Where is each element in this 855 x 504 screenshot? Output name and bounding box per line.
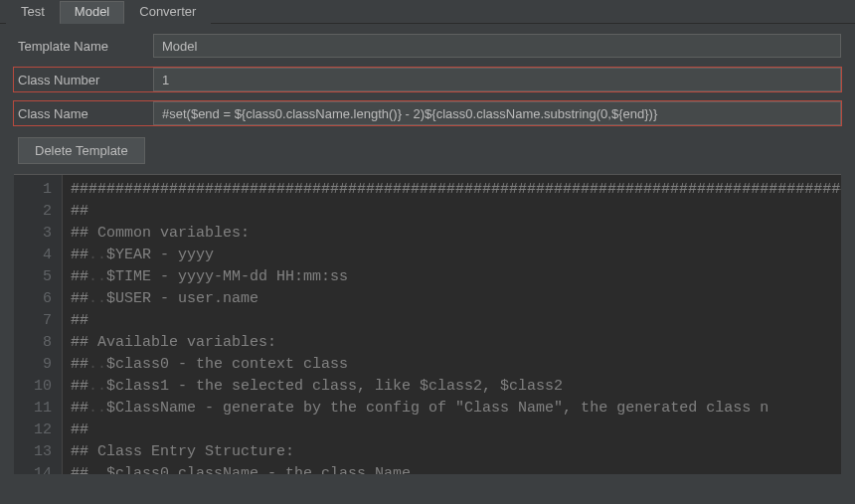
label-class-name: Class Name bbox=[14, 106, 153, 121]
line-number: 11 bbox=[34, 398, 52, 420]
line-number: 12 bbox=[34, 420, 52, 441]
line-number: 4 bbox=[34, 245, 52, 266]
code-line: ##..$ClassName - generate by the config … bbox=[71, 398, 833, 420]
code-line: ## bbox=[71, 201, 833, 223]
line-number: 9 bbox=[34, 354, 52, 376]
code-line: ##..$class1 - the selected class, like $… bbox=[71, 376, 833, 398]
line-number: 2 bbox=[34, 201, 52, 223]
code-line: ## Common variables: bbox=[71, 223, 833, 245]
form-panel: Template Name Class Number Class Name De… bbox=[0, 24, 855, 474]
code-line: ## Available variables: bbox=[71, 332, 833, 354]
tab-converter[interactable]: Converter bbox=[124, 1, 211, 24]
code-line: ##..$class0.className - the class Name bbox=[71, 463, 833, 474]
tab-bar: Test Model Converter bbox=[0, 0, 855, 24]
code-line: ## Class Entry Structure: bbox=[71, 441, 833, 463]
line-number: 10 bbox=[34, 376, 52, 398]
code-line: ##..$USER - user.name bbox=[71, 288, 833, 310]
label-class-number: Class Number bbox=[14, 73, 153, 87]
row-class-number: Class Number bbox=[14, 68, 841, 91]
code-line: ##..$YEAR - yyyy bbox=[71, 245, 833, 266]
line-number: 1 bbox=[34, 179, 52, 201]
line-number: 3 bbox=[34, 223, 52, 245]
code-area[interactable]: ########################################… bbox=[63, 175, 841, 474]
code-line: ## bbox=[71, 310, 833, 332]
line-number: 13 bbox=[34, 441, 52, 463]
line-number: 14 bbox=[34, 463, 52, 474]
code-line: ########################################… bbox=[71, 179, 833, 201]
row-class-name: Class Name bbox=[14, 101, 841, 125]
input-class-number[interactable] bbox=[153, 68, 841, 91]
tab-test[interactable]: Test bbox=[6, 1, 60, 24]
tab-model[interactable]: Model bbox=[60, 1, 124, 24]
line-number: 6 bbox=[34, 288, 52, 310]
line-number: 8 bbox=[34, 332, 52, 354]
input-template-name[interactable] bbox=[153, 34, 841, 58]
code-line: ## bbox=[71, 420, 833, 441]
line-number: 7 bbox=[34, 310, 52, 332]
code-editor[interactable]: 1234567891011121314 ####################… bbox=[14, 174, 841, 474]
code-line: ##..$class0 - the context class bbox=[71, 354, 833, 376]
input-class-name[interactable] bbox=[153, 101, 841, 125]
label-template-name: Template Name bbox=[14, 39, 153, 54]
code-line: ##..$TIME - yyyy-MM-dd HH:mm:ss bbox=[71, 266, 833, 288]
line-number-gutter: 1234567891011121314 bbox=[14, 175, 63, 474]
line-number: 5 bbox=[34, 266, 52, 288]
row-template-name: Template Name bbox=[14, 34, 841, 58]
delete-template-button[interactable]: Delete Template bbox=[18, 137, 145, 164]
